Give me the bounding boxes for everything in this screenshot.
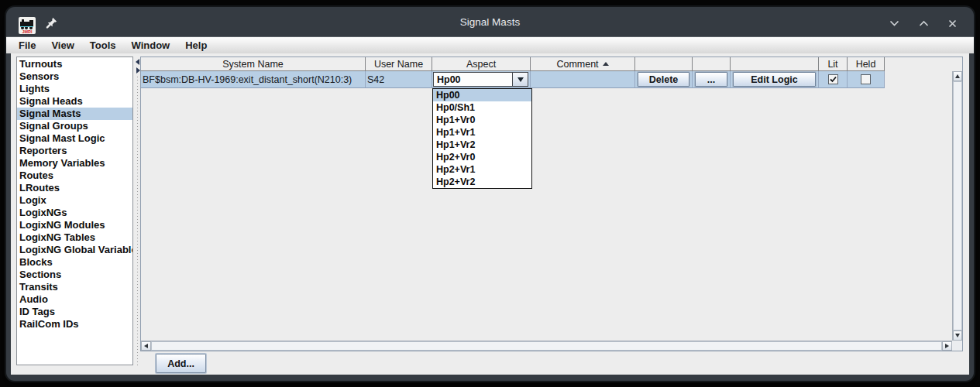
table-header-row: System Name User Name Aspect Comment Lit… [141,57,952,71]
scroll-up-button[interactable] [953,71,962,81]
menu-help[interactable]: Help [177,37,215,53]
aspect-combobox-arrow-button[interactable] [512,73,528,86]
menu-file[interactable]: File [11,37,43,53]
sort-ascending-icon [603,62,609,66]
sidebar-item-lights[interactable]: Lights [17,83,132,95]
sidebar-item-signal-mast-logic[interactable]: Signal Mast Logic [17,132,132,145]
minimize-button[interactable] [889,20,899,27]
scroll-down-button[interactable] [953,330,962,341]
cell-edit-logic: Edit Logic [731,71,819,88]
aspect-combobox[interactable]: Hp00 [433,72,528,87]
aspect-option-hp2-vr2[interactable]: Hp2+Vr2 [433,176,531,188]
chevron-up-icon [919,20,929,27]
scroll-right-button[interactable] [942,341,952,351]
triangle-left-icon [144,344,148,348]
menu-tools[interactable]: Tools [82,37,124,53]
sidebar-item-signal-groups[interactable]: Signal Groups [17,120,132,132]
vertical-scrollbar-thumb[interactable] [953,81,962,330]
aspect-combobox-value: Hp00 [434,73,512,86]
svg-text:JMRI: JMRI [22,29,33,34]
collapse-left-icon[interactable] [136,59,139,65]
delete-button[interactable]: Delete [638,72,689,87]
header-edit-logic-col[interactable] [731,57,819,71]
sidebar-item-turnouts[interactable]: Turnouts [17,58,132,70]
sidebar-item-reporters[interactable]: Reporters [17,145,132,157]
chevron-down-icon [518,77,524,82]
sidebar-item-signal-masts[interactable]: Signal Masts [17,108,132,120]
cell-aspect: Hp00 [432,71,531,88]
horizontal-scrollbar-thumb[interactable] [151,341,942,351]
header-held[interactable]: Held [848,57,885,71]
sidebar-item-signal-heads[interactable]: Signal Heads [17,95,132,108]
table-type-list: Turnouts Sensors Lights Signal Heads Sig… [16,57,133,365]
header-comment-label: Comment [556,59,598,70]
vertical-scrollbar[interactable] [952,71,962,341]
window-title: Signal Masts [6,16,974,28]
menu-view[interactable]: View [43,37,81,53]
header-delete-col[interactable] [635,57,693,71]
signal-mast-table: System Name User Name Aspect Comment Lit… [140,57,963,351]
titlebar: JMRI Signal Masts [6,7,974,36]
table-viewport: System Name User Name Aspect Comment Lit… [141,57,952,341]
aspect-option-hp0-sh1[interactable]: Hp0/Sh1 [433,101,531,114]
sidebar-item-sensors[interactable]: Sensors [17,70,132,83]
table-row: BF$bsm:DB-HV-1969:exit_distant_short(N21… [141,71,952,88]
scrollbar-corner [952,341,962,351]
cell-more: ... [693,71,731,88]
sidebar-item-id-tags[interactable]: ID Tags [17,306,132,318]
held-checkbox[interactable] [861,74,871,84]
aspect-option-hp2-vr1[interactable]: Hp2+Vr1 [433,163,531,176]
header-lit[interactable]: Lit [819,57,848,71]
aspect-option-hp1-vr0[interactable]: Hp1+Vr0 [433,114,531,126]
scroll-left-button[interactable] [141,341,151,351]
header-comment[interactable]: Comment [531,57,635,71]
menubar: File View Tools Window Help [6,36,974,53]
cell-system-name[interactable]: BF$bsm:DB-HV-1969:exit_distant_short(N21… [141,71,366,88]
header-user-name[interactable]: User Name [366,57,432,71]
header-aspect[interactable]: Aspect [432,57,531,71]
sidebar-item-transits[interactable]: Transits [17,281,132,293]
aspect-option-hp1-vr2[interactable]: Hp1+Vr2 [433,139,531,151]
aspect-option-hp2-vr0[interactable]: Hp2+Vr0 [433,151,531,163]
window-controls [889,19,957,28]
maximize-button[interactable] [919,20,929,27]
header-filler [885,57,952,71]
triangle-down-icon [955,334,960,337]
cell-user-name[interactable]: S42 [366,71,432,88]
aspect-dropdown-popup: Hp00 Hp0/Sh1 Hp1+Vr0 Hp1+Vr1 Hp1+Vr2 Hp2… [432,88,532,189]
close-button[interactable] [948,19,957,28]
sidebar-item-railcom-ids[interactable]: RailCom IDs [17,318,132,330]
sidebar-item-logixngs[interactable]: LogixNGs [17,207,132,219]
aspect-option-hp1-vr1[interactable]: Hp1+Vr1 [433,126,531,139]
menu-window[interactable]: Window [124,37,178,53]
edit-logic-button[interactable]: Edit Logic [733,72,816,87]
sidebar-item-lroutes[interactable]: LRoutes [17,182,132,194]
row-filler [885,71,952,88]
sidebar-item-logix[interactable]: Logix [17,194,132,207]
cell-comment[interactable] [531,71,635,88]
add-button[interactable]: Add... [156,354,206,373]
header-system-name[interactable]: System Name [141,57,366,71]
horizontal-scrollbar[interactable] [141,341,952,351]
sidebar-item-logixng-tables[interactable]: LogixNG Tables [17,231,132,244]
check-icon [829,75,837,84]
sidebar-item-logixng-modules[interactable]: LogixNG Modules [17,219,132,231]
triangle-up-icon [955,74,960,78]
sidebar-item-logixng-global-variables[interactable]: LogixNG Global Variables [17,244,132,256]
content-area: Turnouts Sensors Lights Signal Heads Sig… [11,53,969,375]
sidebar-item-blocks[interactable]: Blocks [17,256,132,269]
more-options-button[interactable]: ... [695,72,727,87]
sidebar-item-routes[interactable]: Routes [17,170,132,182]
triangle-right-icon [945,344,949,348]
cell-lit [819,71,848,88]
chevron-down-icon [889,20,899,27]
header-more-col[interactable] [693,57,731,71]
sidebar-item-audio[interactable]: Audio [17,293,132,306]
lit-checkbox[interactable] [828,74,838,84]
aspect-option-hp00[interactable]: Hp00 [433,89,531,101]
sidebar-item-memory-variables[interactable]: Memory Variables [17,157,132,170]
sidebar-item-sections[interactable]: Sections [17,269,132,281]
close-icon [948,19,957,28]
divider-dots [137,77,138,365]
cell-delete: Delete [635,71,693,88]
